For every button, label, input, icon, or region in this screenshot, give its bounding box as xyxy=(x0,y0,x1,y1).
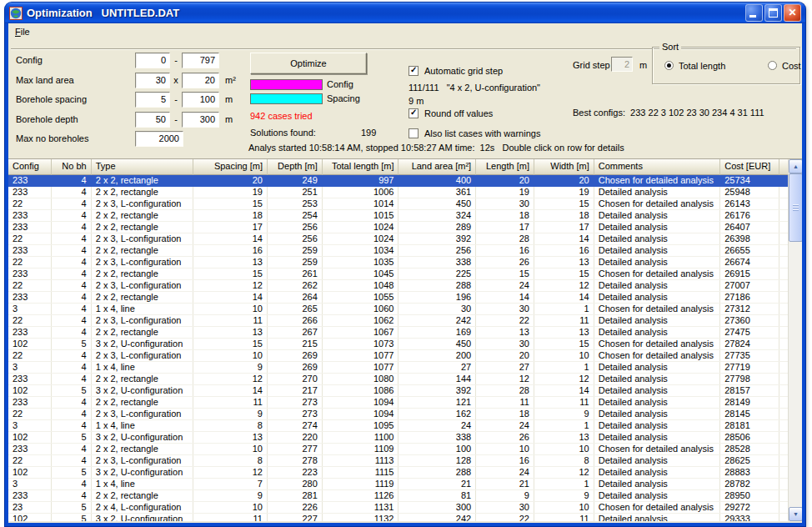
table-row[interactable]: 10253 x 2, U-configuration12223111528824… xyxy=(8,467,788,479)
column-header[interactable]: Length [m] xyxy=(476,159,534,175)
param-input-max[interactable]: 20 xyxy=(182,73,219,88)
table-row[interactable]: 23342 x 2, rectangle1426410551961414Deta… xyxy=(8,292,788,304)
table-cell-filler xyxy=(779,198,788,209)
title-bar[interactable]: Optimization UNTITLED.DAT ✕ xyxy=(5,3,805,23)
table-row[interactable]: 341 x 4, line7280111921211Detailed analy… xyxy=(8,479,788,490)
table-cell: 13 xyxy=(534,257,594,268)
checkbox-label: Also list cases with warnings xyxy=(424,128,540,138)
table-cell: Detailed analysis xyxy=(594,479,720,489)
table-row[interactable]: 341 x 4, line8274109524241Detailed analy… xyxy=(8,420,788,432)
column-header[interactable]: Comments xyxy=(594,159,720,175)
column-header[interactable]: Config xyxy=(8,159,52,175)
table-cell: 254 xyxy=(268,210,323,221)
table-cell: 28 xyxy=(476,233,534,244)
table-row[interactable]: 23342 x 2, rectangle202499974002020Chose… xyxy=(8,175,788,187)
table-cell: 128 xyxy=(398,455,476,466)
column-header[interactable]: Width [m] xyxy=(534,159,594,175)
table-row[interactable]: 2242 x 3, L-configuration132591035338261… xyxy=(8,257,788,269)
table-row[interactable]: 2242 x 3, L-configuration92731094162189D… xyxy=(8,409,788,420)
table-row[interactable]: 23342 x 2, rectangle1526110452251515Chos… xyxy=(8,269,788,280)
table-row[interactable]: 2242 x 3, L-configuration122621048288241… xyxy=(8,280,788,292)
table-row[interactable]: 2242 x 3, L-configuration142561024392281… xyxy=(8,233,788,245)
close-button[interactable]: ✕ xyxy=(784,4,801,22)
table-cell: 27360 xyxy=(720,315,779,326)
radio-total-length[interactable]: Total length xyxy=(664,60,725,71)
table-row[interactable]: 2242 x 3, L-configuration112661062242221… xyxy=(8,315,788,327)
table-row[interactable]: 23342 x 2, rectangle1127310941211111Deta… xyxy=(8,397,788,409)
column-header[interactable]: Total length [m] xyxy=(323,159,399,175)
optimize-button[interactable]: Optimize xyxy=(250,53,367,74)
vertical-scrollbar[interactable]: ▲ ▼ xyxy=(788,159,802,521)
column-header[interactable]: Type xyxy=(92,159,194,175)
column-header[interactable]: Depth [m] xyxy=(268,159,323,175)
table-cell: 2 x 2, rectangle xyxy=(92,269,194,279)
radio-cost[interactable]: Cost xyxy=(768,60,801,71)
client-area: File Config0-797Max land area30x20m²Bore… xyxy=(8,23,802,523)
table-cell: 196 xyxy=(398,292,476,303)
column-header[interactable]: Cost [EUR] xyxy=(720,159,779,175)
table-cell-filler xyxy=(779,455,788,466)
menu-file[interactable]: File xyxy=(8,25,37,38)
table-row[interactable]: 2352 x 4, L-configuration102261131300301… xyxy=(8,502,788,514)
scroll-up-button[interactable]: ▲ xyxy=(789,159,802,173)
table-row[interactable]: 23342 x 2, rectangle1027711091001010Chos… xyxy=(8,444,788,455)
table-cell: 23 xyxy=(8,502,52,513)
table-cell: 338 xyxy=(398,432,476,443)
maximize-button[interactable] xyxy=(764,4,782,22)
param-input-min[interactable]: 30 xyxy=(135,73,170,88)
table-cell: 1035 xyxy=(323,257,399,268)
table-cell: 2 x 3, L-configuration xyxy=(92,409,194,419)
param-input-min[interactable]: 5 xyxy=(135,92,170,108)
table-cell: 121 xyxy=(398,397,476,408)
table-cell: 14 xyxy=(193,292,268,303)
scroll-down-button[interactable]: ▼ xyxy=(789,507,802,521)
param-input-max[interactable]: 797 xyxy=(182,53,219,68)
table-cell: 12 xyxy=(534,467,594,478)
table-cell: 22 xyxy=(8,280,52,291)
table-row[interactable]: 10253 x 2, U-configuration13220110033826… xyxy=(8,432,788,444)
table-row[interactable]: 10253 x 2, U-configuration14217108639228… xyxy=(8,385,788,397)
scrollbar-thumb[interactable] xyxy=(789,173,802,242)
param-input-max[interactable]: 100 xyxy=(182,92,219,108)
table-cell: 10 xyxy=(193,444,268,454)
table-row[interactable]: 10253 x 2, U-configuration15215107345030… xyxy=(8,339,788,350)
table-row[interactable]: 2242 x 3, L-configuration82781113128168D… xyxy=(8,455,788,467)
grid-step-input[interactable]: 2 xyxy=(611,57,633,72)
table-row[interactable]: 23342 x 2, rectangle1725610242891717Deta… xyxy=(8,222,788,233)
table-row[interactable]: 23342 x 2, rectangle1825410153241818Deta… xyxy=(8,210,788,222)
table-row[interactable]: 341 x 4, line9269107727271Detailed analy… xyxy=(8,362,788,374)
table-cell: 273 xyxy=(268,397,323,408)
minimize-button[interactable] xyxy=(745,4,763,22)
table-row[interactable]: 23342 x 2, rectangle1925110063611919Deta… xyxy=(8,187,788,198)
table-row[interactable]: 10253 x 2, U-configuration11227113224222… xyxy=(8,514,788,521)
checkbox-automatic-grid-step[interactable]: ✓ Automatic grid step xyxy=(409,65,503,77)
table-cell: 14 xyxy=(534,385,594,396)
param-input-min[interactable]: 50 xyxy=(135,112,170,128)
checkbox-round-off-values[interactable]: ✓ Round off values xyxy=(409,108,493,119)
table-cell: 13 xyxy=(534,327,594,338)
radio-circle xyxy=(664,61,674,70)
column-header[interactable]: Land area [m²] xyxy=(398,159,476,175)
param-input-min[interactable]: 2000 xyxy=(135,131,183,147)
table-cell: 15 xyxy=(534,198,594,209)
table-cell: 4 xyxy=(52,304,92,314)
table-cell: 19 xyxy=(534,187,594,198)
table-row[interactable]: 2242 x 3, L-configuration102691077200201… xyxy=(8,350,788,362)
table-row[interactable]: 341 x 4, line10265106030301Chosen for de… xyxy=(8,304,788,315)
checkbox-also-list-warnings[interactable]: ✓ Also list cases with warnings xyxy=(409,128,540,139)
table-cell: 24 xyxy=(476,467,534,478)
param-input-min[interactable]: 0 xyxy=(135,53,170,68)
table-row[interactable]: 23342 x 2, rectangle1625910342561616Deta… xyxy=(8,245,788,257)
table-cell: Chosen for detailed analysis xyxy=(594,502,720,513)
table-cell: 2 x 2, rectangle xyxy=(92,210,194,221)
column-header[interactable]: Spacing [m] xyxy=(193,159,268,175)
param-input-max[interactable]: 300 xyxy=(182,112,219,128)
table-row[interactable]: 23342 x 2, rectangle1227010801441212Deta… xyxy=(8,374,788,385)
table-cell: Detailed analysis xyxy=(594,385,720,396)
column-header[interactable]: No bh xyxy=(52,159,92,175)
table-row[interactable]: 23342 x 2, rectangle1326710671691313Deta… xyxy=(8,327,788,339)
table-row[interactable]: 23342 x 2, rectangle928111268199Detailed… xyxy=(8,490,788,502)
table-row[interactable]: 2242 x 3, L-configuration152531014450301… xyxy=(8,198,788,210)
checkbox-label: Automatic grid step xyxy=(424,66,503,76)
table-cell: 169 xyxy=(398,327,476,338)
